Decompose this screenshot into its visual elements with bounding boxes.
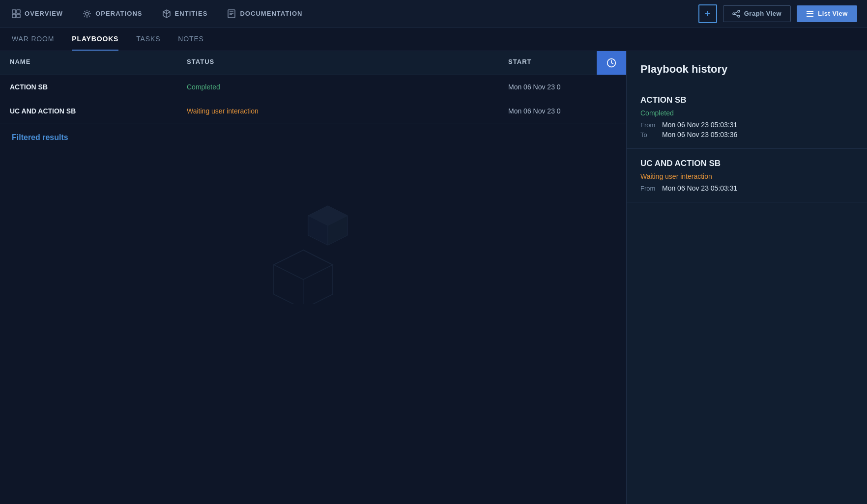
- nav-documentation-label: DOCUMENTATION: [240, 10, 302, 17]
- cell-actions-1: [597, 75, 626, 99]
- documentation-icon: [227, 9, 236, 18]
- history-entry-2-status: Waiting user interaction: [640, 172, 853, 180]
- tab-war-room[interactable]: WAR ROOM: [12, 28, 54, 51]
- svg-rect-2: [12, 14, 16, 18]
- graph-view-button[interactable]: Graph View: [723, 5, 791, 22]
- table-area: NAME STATUS START ACTION SB Completed Mo…: [0, 51, 626, 504]
- svg-rect-5: [228, 10, 235, 18]
- svg-marker-23: [274, 250, 333, 280]
- history-entry-1: ACTION SB Completed From Mon 06 Nov 23 0…: [627, 85, 867, 149]
- filtered-results-section: Filtered results: [0, 123, 626, 152]
- from-value-2: Mon 06 Nov 23 05:03:31: [662, 184, 737, 192]
- to-value-1: Mon 06 Nov 23 05:03:36: [662, 131, 737, 139]
- main-content: NAME STATUS START ACTION SB Completed Mo…: [0, 51, 867, 504]
- entities-icon: [162, 9, 171, 18]
- sub-navigation: WAR ROOM PLAYBOOKS TASKS NOTES: [0, 28, 867, 51]
- svg-point-4: [86, 12, 88, 15]
- table-header: NAME STATUS START: [0, 51, 626, 75]
- cell-actions-2: [597, 99, 626, 123]
- svg-rect-3: [17, 14, 20, 18]
- nav-overview[interactable]: OVERVIEW: [10, 1, 65, 26]
- history-entry-1-name: ACTION SB: [640, 95, 853, 105]
- history-entry-1-from: From Mon 06 Nov 23 05:03:31: [640, 121, 853, 129]
- nav-items: OVERVIEW OPERATIONS ENTITIES: [10, 1, 698, 26]
- history-panel-title: Playbook history: [627, 51, 867, 85]
- svg-rect-1: [17, 10, 20, 13]
- col-header-start: START: [498, 51, 597, 75]
- nav-actions: + Graph View List View: [698, 4, 857, 23]
- graph-view-label: Graph View: [744, 10, 781, 17]
- list-view-label: List View: [818, 10, 848, 17]
- top-navigation: OVERVIEW OPERATIONS ENTITIES: [0, 0, 867, 28]
- nav-overview-label: OVERVIEW: [25, 10, 63, 17]
- overview-icon: [12, 9, 21, 18]
- nav-entities[interactable]: ENTITIES: [160, 1, 210, 26]
- from-label-2: From: [640, 185, 658, 192]
- history-entry-2: UC AND ACTION SB Waiting user interactio…: [627, 149, 867, 202]
- svg-point-9: [733, 13, 735, 15]
- col-header-status: STATUS: [177, 51, 498, 75]
- graph-view-icon: [732, 10, 740, 18]
- svg-point-11: [738, 15, 740, 17]
- nav-documentation[interactable]: DOCUMENTATION: [225, 1, 304, 26]
- nav-entities-label: ENTITIES: [175, 10, 208, 17]
- svg-line-13: [735, 14, 738, 16]
- empty-state: [0, 152, 626, 348]
- add-button[interactable]: +: [698, 4, 717, 23]
- to-label-1: To: [640, 131, 658, 139]
- history-entry-2-from: From Mon 06 Nov 23 05:03:31: [640, 184, 853, 192]
- history-panel: Playbook history ACTION SB Completed Fro…: [626, 51, 867, 504]
- filtered-results-label: Filtered results: [12, 133, 68, 141]
- svg-rect-15: [807, 13, 813, 14]
- history-entry-2-name: UC AND ACTION SB: [640, 159, 853, 168]
- cell-start-1: Mon 06 Nov 23 0: [498, 75, 597, 99]
- history-entry-1-to: To Mon 06 Nov 23 05:03:36: [640, 131, 853, 139]
- svg-rect-16: [807, 16, 813, 17]
- cell-status-1: Completed: [177, 75, 498, 99]
- history-entry-1-status: Completed: [640, 109, 853, 117]
- col-header-name: NAME: [0, 51, 177, 75]
- from-value-1: Mon 06 Nov 23 05:03:31: [662, 121, 737, 129]
- clock-icon: [607, 58, 616, 68]
- svg-rect-14: [807, 11, 813, 12]
- svg-line-12: [735, 12, 738, 13]
- table-row[interactable]: ACTION SB Completed Mon 06 Nov 23 0: [0, 75, 626, 99]
- cell-start-2: Mon 06 Nov 23 0: [498, 99, 597, 123]
- cell-name-1: ACTION SB: [0, 75, 177, 99]
- tab-notes[interactable]: NOTES: [178, 28, 203, 51]
- cell-name-2: UC AND ACTION SB: [0, 99, 177, 123]
- operations-icon: [83, 9, 91, 18]
- list-view-button[interactable]: List View: [797, 5, 857, 22]
- table-row[interactable]: UC AND ACTION SB Waiting user interactio…: [0, 99, 626, 123]
- from-label-1: From: [640, 121, 658, 129]
- tab-tasks[interactable]: TASKS: [136, 28, 160, 51]
- cell-status-2: Waiting user interaction: [177, 99, 498, 123]
- nav-operations[interactable]: OPERATIONS: [81, 1, 144, 26]
- list-view-icon: [806, 10, 814, 18]
- nav-operations-label: OPERATIONS: [95, 10, 142, 17]
- svg-point-10: [738, 10, 740, 12]
- svg-rect-0: [12, 10, 16, 13]
- col-header-actions[interactable]: [597, 51, 626, 75]
- cube-illustration: [259, 196, 367, 304]
- tab-playbooks[interactable]: PLAYBOOKS: [72, 28, 118, 51]
